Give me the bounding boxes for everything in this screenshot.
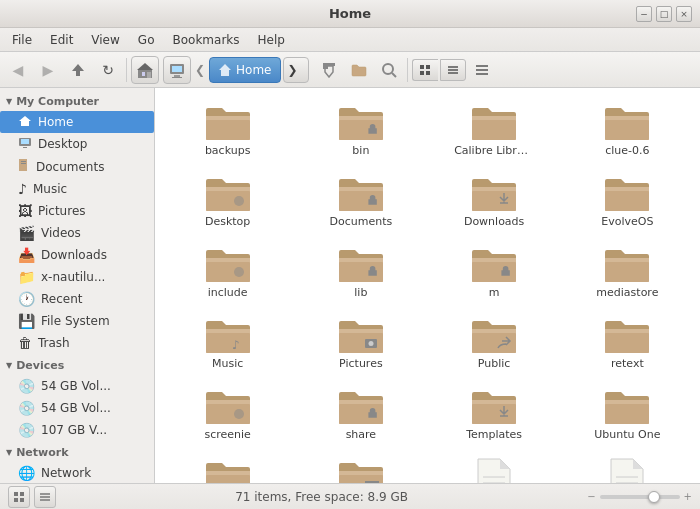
file-item[interactable]: mediastore bbox=[563, 238, 692, 305]
sidebar-item-network[interactable]: 🌐 Network bbox=[0, 462, 154, 483]
sidebar-section-header-network[interactable]: ▼ Network bbox=[0, 443, 154, 462]
minimize-button[interactable]: − bbox=[636, 6, 652, 22]
file-item[interactable]: Pictures bbox=[296, 309, 425, 376]
sidebar-item-recent[interactable]: 🕐 Recent bbox=[0, 288, 154, 310]
folder-icon bbox=[337, 244, 385, 284]
home-button[interactable] bbox=[131, 56, 159, 84]
sidebar-section-header-devices[interactable]: ▼ Devices bbox=[0, 356, 154, 375]
folder-icon bbox=[470, 173, 518, 213]
bookmark-button[interactable] bbox=[315, 56, 343, 84]
file-item[interactable]: Desktop bbox=[163, 167, 292, 234]
file-item[interactable]: Videos bbox=[296, 451, 425, 483]
list-view-button[interactable] bbox=[440, 59, 466, 81]
svg-rect-27 bbox=[23, 147, 27, 148]
forward-button[interactable]: ▶ bbox=[34, 56, 62, 84]
sidebar-item-music[interactable]: ♪ Music bbox=[0, 178, 154, 200]
file-item[interactable]: bin bbox=[296, 96, 425, 163]
sidebar-item-label: Desktop bbox=[38, 137, 88, 151]
sidebar-section-header-my-computer[interactable]: ▼ My Computer bbox=[0, 92, 154, 111]
file-item[interactable]: lib bbox=[296, 238, 425, 305]
back-button[interactable]: ◀ bbox=[4, 56, 32, 84]
file-item[interactable]: Public bbox=[430, 309, 559, 376]
svg-marker-24 bbox=[19, 116, 31, 126]
sidebar-item-label: 54 GB Vol... bbox=[41, 379, 111, 393]
path-next[interactable]: ❯ bbox=[283, 57, 309, 83]
sidebar-item-label: Recent bbox=[41, 292, 82, 306]
menu-item-view[interactable]: View bbox=[83, 31, 127, 49]
sidebar-section-network: ▼ Network 🌐 Network bbox=[0, 443, 154, 483]
file-item[interactable]: m bbox=[430, 238, 559, 305]
file-item[interactable]: retext bbox=[563, 309, 692, 376]
path-home[interactable]: Home bbox=[209, 57, 280, 83]
search-button[interactable] bbox=[375, 56, 403, 84]
zoom-slider[interactable] bbox=[600, 495, 680, 499]
titlebar: Home − □ × bbox=[0, 0, 700, 28]
drive-icon: 💿 bbox=[18, 422, 35, 438]
menu-item-go[interactable]: Go bbox=[130, 31, 163, 49]
file-label: EvolveOS bbox=[601, 215, 653, 228]
svg-rect-30 bbox=[21, 163, 26, 164]
svg-rect-39 bbox=[605, 191, 649, 211]
file-label: lib bbox=[354, 286, 367, 299]
file-item[interactable]: screenie bbox=[163, 380, 292, 447]
file-item[interactable]: Documents bbox=[296, 167, 425, 234]
zoom-thumb[interactable] bbox=[648, 491, 660, 503]
folder-icon bbox=[470, 315, 518, 355]
file-label: Music bbox=[212, 357, 243, 370]
close-button[interactable]: × bbox=[676, 6, 692, 22]
file-item[interactable]: uget bbox=[163, 451, 292, 483]
computer-button[interactable] bbox=[163, 56, 191, 84]
svg-rect-45 bbox=[206, 333, 250, 353]
folder-button[interactable] bbox=[345, 56, 373, 84]
sidebar-item-x-nautilu[interactable]: 📁 x-nautilu... bbox=[0, 266, 154, 288]
folder-icon bbox=[603, 386, 651, 426]
sidebar-item-trash[interactable]: 🗑 Trash bbox=[0, 332, 154, 354]
up-button[interactable] bbox=[64, 56, 92, 84]
sidebar-item-label: Network bbox=[41, 466, 91, 480]
menu-item-edit[interactable]: Edit bbox=[42, 31, 81, 49]
folder-icon bbox=[204, 457, 252, 483]
file-item[interactable]: EvolveOS bbox=[563, 167, 692, 234]
svg-line-13 bbox=[392, 73, 396, 77]
file-item[interactable]: all_databases_backup. bbox=[430, 451, 559, 483]
sidebar-item-vol1[interactable]: 💿 54 GB Vol... bbox=[0, 375, 154, 397]
more-options-button[interactable] bbox=[468, 56, 496, 84]
sidebar-item-desktop[interactable]: Desktop bbox=[0, 133, 154, 155]
grid-view-button[interactable] bbox=[412, 59, 438, 81]
sidebar-item-filesystem[interactable]: 💾 File System bbox=[0, 310, 154, 332]
file-item[interactable]: share bbox=[296, 380, 425, 447]
sidebar-item-vol3[interactable]: 💿 107 GB V... bbox=[0, 419, 154, 441]
file-item[interactable]: Calibre Library bbox=[430, 96, 559, 163]
menu-item-file[interactable]: File bbox=[4, 31, 40, 49]
file-label: screenie bbox=[204, 428, 250, 441]
file-item[interactable]: ♪Music bbox=[163, 309, 292, 376]
file-label: backups bbox=[205, 144, 251, 157]
file-item[interactable]: include bbox=[163, 238, 292, 305]
sidebar-item-videos[interactable]: 🎬 Videos bbox=[0, 222, 154, 244]
list-view-button-status[interactable] bbox=[34, 486, 56, 508]
drive-icon: 💿 bbox=[18, 378, 35, 394]
sidebar-item-pictures[interactable]: 🖼 Pictures bbox=[0, 200, 154, 222]
file-item[interactable]: all_dbs.sql bbox=[563, 451, 692, 483]
music-icon: ♪ bbox=[18, 181, 27, 197]
menu-item-help[interactable]: Help bbox=[250, 31, 293, 49]
sidebar-section-my-computer: ▼ My Computer Home Desktop Documents bbox=[0, 92, 154, 354]
sidebar-item-home[interactable]: Home bbox=[0, 111, 154, 133]
sidebar-item-documents[interactable]: Documents bbox=[0, 155, 154, 178]
file-item[interactable]: backups bbox=[163, 96, 292, 163]
maximize-button[interactable]: □ bbox=[656, 6, 672, 22]
file-item[interactable]: Templates bbox=[430, 380, 559, 447]
sidebar-item-downloads[interactable]: 📥 Downloads bbox=[0, 244, 154, 266]
file-item[interactable]: Downloads bbox=[430, 167, 559, 234]
file-icon bbox=[603, 457, 651, 483]
sidebar-item-vol2[interactable]: 💿 54 GB Vol... bbox=[0, 397, 154, 419]
file-item[interactable]: Ubuntu One bbox=[563, 380, 692, 447]
file-item[interactable]: clue-0.6 bbox=[563, 96, 692, 163]
svg-rect-67 bbox=[14, 492, 18, 496]
refresh-button[interactable]: ↻ bbox=[94, 56, 122, 84]
section-label: My Computer bbox=[16, 95, 99, 108]
menu-item-bookmarks[interactable]: Bookmarks bbox=[164, 31, 247, 49]
folder-icon bbox=[337, 102, 385, 142]
icon-view-button[interactable] bbox=[8, 486, 30, 508]
file-label: Desktop bbox=[205, 215, 250, 228]
